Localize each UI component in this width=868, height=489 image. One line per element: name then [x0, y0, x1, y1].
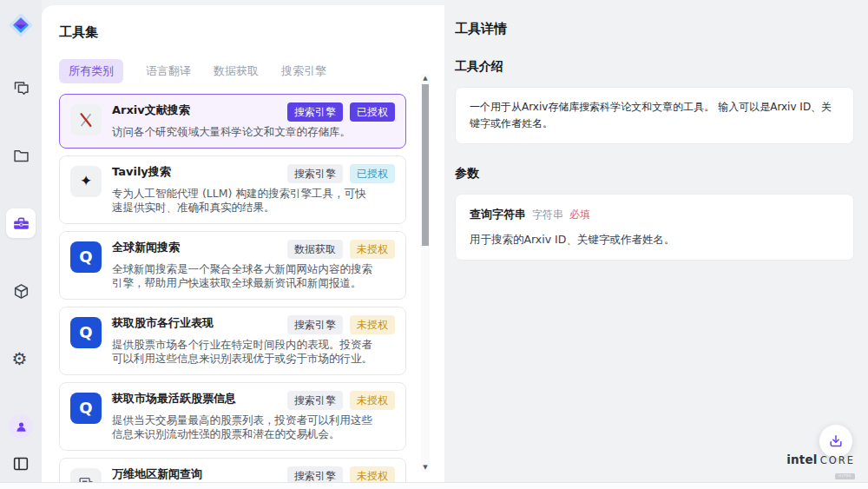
intel-series-badge: ultra [835, 473, 855, 479]
tool-description: 专为人工智能代理 (LLM) 构建的搜索引擎工具，可快速提供实时、准确和真实的结… [112, 187, 374, 215]
param-required-flag: 必填 [569, 207, 590, 223]
tool-card-list: Arxiv文献搜索 搜索引擎 已授权 访问各个研究领域大量科学论文和文章的存储库… [59, 94, 406, 489]
intro-heading: 工具介绍 [455, 59, 854, 75]
category-tab[interactable]: 语言翻译 [146, 59, 191, 83]
scrollbar-thumb[interactable] [422, 84, 429, 246]
tool-title: 获取股市各行业表现 [112, 315, 214, 330]
tool-title: Tavily搜索 [112, 164, 171, 179]
param-type: 字符串 [532, 207, 563, 223]
param-description: 用于搜索的Arxiv ID、关键字或作者姓名。 [470, 231, 839, 248]
chat-icon [12, 79, 30, 97]
tool-description: 访问各个研究领域大量科学论文和文章的存储库。 [112, 125, 374, 140]
sidebar-item-tools[interactable] [6, 208, 36, 238]
blue-search-icon: Q [70, 317, 102, 348]
user-avatar[interactable] [9, 414, 33, 439]
category-badge: 搜索引擎 [287, 315, 343, 334]
sidebar-item-files[interactable] [6, 141, 36, 170]
app-sidebar: ⚙ [0, 0, 42, 482]
tool-title: 万维地区新闻查询 [112, 466, 202, 481]
status-badge: 已授权 [350, 164, 395, 183]
user-avatar-icon [14, 420, 29, 434]
page-title: 工具集 [59, 24, 444, 41]
param-card: 查询字符串 字符串 必填 用于搜索的Arxiv ID、关键字或作者姓名。 [455, 194, 854, 261]
intro-text: 一个用于从Arxiv存储库搜索科学论文和文章的工具。 输入可以是Arxiv ID… [470, 101, 832, 129]
sidebar-item-chat[interactable] [6, 73, 36, 102]
tool-card[interactable]: Arxiv文献搜索 搜索引擎 已授权 访问各个研究领域大量科学论文和文章的存储库… [59, 94, 406, 149]
category-tabs: 所有类别语言翻译数据获取搜索引擎 [59, 59, 444, 83]
scrollbar[interactable]: ▲ ▼ [421, 74, 430, 472]
status-badge: 未授权 [350, 315, 395, 334]
tool-title: Arxiv文献搜索 [112, 102, 190, 117]
arxiv-icon [70, 104, 102, 135]
tool-list-panel: 工具集 所有类别语言翻译数据获取搜索引擎 Arxiv文献搜索 搜索引擎 已授权 … [42, 5, 444, 482]
scroll-up-arrow-icon[interactable]: ▲ [423, 74, 427, 83]
detail-title: 工具详情 [455, 21, 854, 37]
folder-icon [12, 147, 30, 165]
core-product-text: core [820, 456, 855, 466]
cube-icon [12, 282, 30, 301]
category-badge: 搜索引擎 [287, 164, 343, 183]
param-name: 查询字符串 [470, 206, 526, 224]
app-logo-icon [8, 12, 34, 38]
status-badge: 未授权 [350, 240, 395, 259]
sidebar-item-models[interactable] [6, 276, 36, 306]
toolbox-icon [12, 215, 30, 233]
tool-title: 获取市场最活跃股票信息 [112, 391, 236, 406]
intel-core-logo: intel core ultra [786, 454, 855, 480]
scroll-down-arrow-icon[interactable]: ▼ [423, 463, 427, 472]
blue-search-icon: Q [70, 393, 102, 424]
sidebar-item-settings[interactable]: ⚙ [6, 344, 36, 373]
tool-title: 全球新闻搜索 [112, 240, 180, 254]
window-bottom-edge [0, 482, 868, 489]
tool-detail-panel: 工具详情 工具介绍 一个用于从Arxiv存储库搜索科学论文和文章的工具。 输入可… [444, 0, 868, 482]
download-button[interactable] [819, 425, 852, 458]
intro-card: 一个用于从Arxiv存储库搜索科学论文和文章的工具。 输入可以是Arxiv ID… [455, 87, 854, 144]
tool-card[interactable]: Q 全球新闻搜索 数据获取 未授权 全球新闻搜索是一个聚合全球各大新闻网站内容的… [59, 231, 406, 300]
category-badge: 搜索引擎 [287, 102, 343, 122]
tool-card[interactable]: ✦ Tavily搜索 搜索引擎 已授权 专为人工智能代理 (LLM) 构建的搜索… [59, 155, 406, 224]
gear-icon: ⚙ [12, 350, 30, 368]
params-heading: 参数 [455, 166, 854, 182]
sparkle-icon: ✦ [70, 166, 102, 197]
tool-description: 全球新闻搜索是一个聚合全球各大新闻网站内容的搜索引擎，帮助用户快速获取全球最新资… [112, 262, 374, 291]
tool-card[interactable]: Q 获取股市各行业表现 搜索引擎 未授权 提供股票市场各个行业在特定时间段内的表… [59, 307, 406, 375]
tool-card[interactable]: Q 获取市场最活跃股票信息 搜索引擎 未授权 提供当天交易量最高的股票列表，投资… [59, 382, 406, 451]
category-badge: 搜索引擎 [287, 391, 343, 410]
status-badge: 未授权 [350, 391, 395, 410]
category-tab[interactable]: 所有类别 [59, 59, 123, 83]
category-tab[interactable]: 搜索引擎 [281, 59, 326, 83]
tool-description: 提供股票市场各个行业在特定时间段内的表现。投资者可以利用这些信息来识别表现优于或… [112, 338, 374, 367]
panel-toggle-icon [11, 454, 30, 473]
blue-search-icon: Q [70, 241, 102, 273]
category-badge: 数据获取 [287, 240, 343, 259]
category-tab[interactable]: 数据获取 [214, 59, 259, 83]
status-badge: 已授权 [350, 102, 395, 122]
download-icon [827, 433, 845, 450]
intel-brand-text: intel [786, 454, 817, 466]
panel-toggle-button[interactable] [11, 454, 30, 473]
tool-description: 提供当天交易量最高的股票列表，投资者可以利用这些信息来识别流动性强的股票和潜在的… [112, 413, 374, 442]
